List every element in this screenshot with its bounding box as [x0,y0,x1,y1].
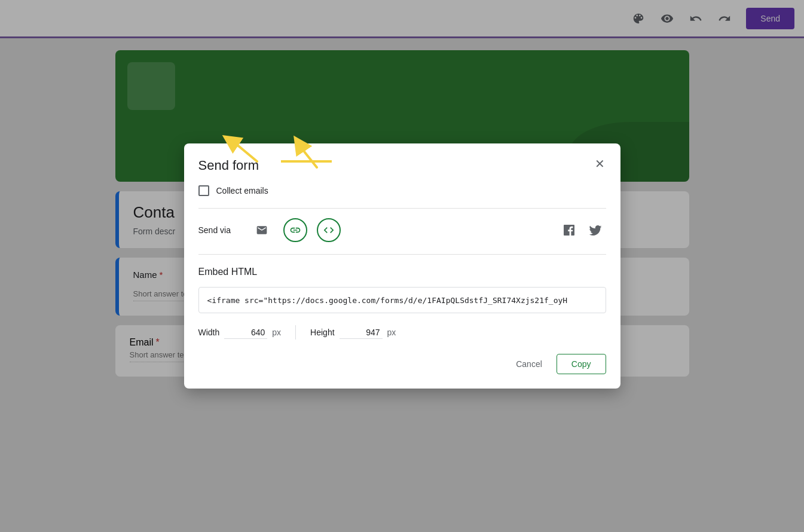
send-via-icons [250,218,549,242]
close-button[interactable]: ✕ [589,153,611,175]
width-group: Width px [198,326,282,339]
width-label: Width [198,328,220,337]
send-form-dialog: Send form ✕ Collect emails Send via [184,143,620,389]
copy-button[interactable]: Copy [557,354,606,374]
embed-input-wrap [198,287,606,313]
send-via-label: Send via [198,225,240,235]
dialog-title: Send form [198,158,606,173]
height-unit: px [387,328,396,337]
collect-emails-checkbox[interactable] [198,185,209,196]
dimensions-row: Width px Height px [198,325,606,340]
twitter-icon[interactable] [585,219,606,241]
width-unit: px [272,328,281,337]
send-via-embed-icon[interactable] [317,218,341,242]
dialog-overlay: Send form ✕ Collect emails Send via [0,0,804,532]
cancel-button[interactable]: Cancel [506,354,552,374]
height-group: Height px [310,326,396,339]
embed-html-label: Embed HTML [198,267,606,277]
send-via-row: Send via [198,218,606,242]
collect-emails-label: Collect emails [216,186,268,195]
height-label: Height [310,328,334,337]
send-via-social-icons [558,219,606,241]
dimensions-divider [295,325,296,340]
width-input[interactable] [224,326,267,339]
facebook-icon[interactable] [558,219,580,241]
height-input[interactable] [340,326,383,339]
dialog-actions: Cancel Copy [198,354,606,374]
embed-html-input[interactable] [207,296,597,305]
collect-emails-row: Collect emails [198,185,606,196]
section-divider [198,254,606,255]
send-via-link-icon[interactable] [283,218,307,242]
send-via-email-icon[interactable] [250,218,274,242]
divider-1 [198,208,606,209]
